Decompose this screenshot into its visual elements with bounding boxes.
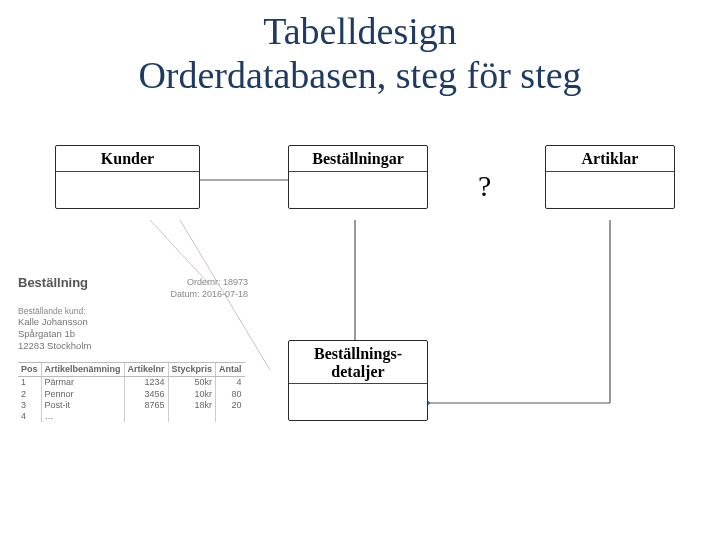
entity-bestallningar: Beställningar: [288, 145, 428, 209]
sample-date-value: 2016-07-18: [202, 289, 248, 299]
col-artikelnr: Artikelnr: [124, 363, 168, 377]
diagram-canvas: Kunder Beställningar Artiklar Beställnin…: [0, 125, 720, 540]
col-styckpris: Styckpris: [168, 363, 216, 377]
sample-cust-street: Spårgatan 1b: [18, 328, 248, 340]
table-header-row: Pos Artikelbenämning Artikelnr Styckpris…: [18, 363, 245, 377]
table-row: 2 Pennor 3456 10kr 80: [18, 389, 245, 400]
entity-kunder: Kunder: [55, 145, 200, 209]
entity-kunder-title: Kunder: [56, 146, 199, 172]
slide-title: Tabelldesign Orderdatabasen, steg för st…: [0, 0, 720, 97]
sample-order-label: Ordernr:: [187, 277, 223, 287]
title-line-2: Orderdatabasen, steg för steg: [0, 54, 720, 98]
col-antal: Antal: [216, 363, 245, 377]
entity-detaljer: Beställnings- detaljer: [288, 340, 428, 421]
question-mark: ?: [478, 169, 491, 203]
table-row: 4 …: [18, 411, 245, 422]
sample-address: Kalle Johansson Spårgatan 1b 12283 Stock…: [18, 316, 248, 352]
table-row: 3 Post-it 8765 18kr 20: [18, 400, 245, 411]
entity-artiklar-title: Artiklar: [546, 146, 674, 172]
sample-cust-city: 12283 Stockholm: [18, 340, 248, 352]
sample-cust-name: Kalle Johansson: [18, 316, 248, 328]
col-pos: Pos: [18, 363, 41, 377]
col-benamning: Artikelbenämning: [41, 363, 124, 377]
entity-detaljer-title: Beställnings- detaljer: [289, 341, 427, 384]
sample-order-form: Beställning Ordernr: 18973 Datum: 2016-0…: [18, 275, 248, 422]
sample-cust-label: Beställande kund:: [18, 306, 248, 317]
entity-bestallningar-title: Beställningar: [289, 146, 427, 172]
sample-table: Pos Artikelbenämning Artikelnr Styckpris…: [18, 362, 245, 422]
table-row: 1 Pärmar 1234 50kr 4: [18, 377, 245, 389]
title-line-1: Tabelldesign: [0, 10, 720, 54]
sample-order-value: 18973: [223, 277, 248, 287]
sample-date-label: Datum:: [170, 289, 202, 299]
entity-artiklar: Artiklar: [545, 145, 675, 209]
